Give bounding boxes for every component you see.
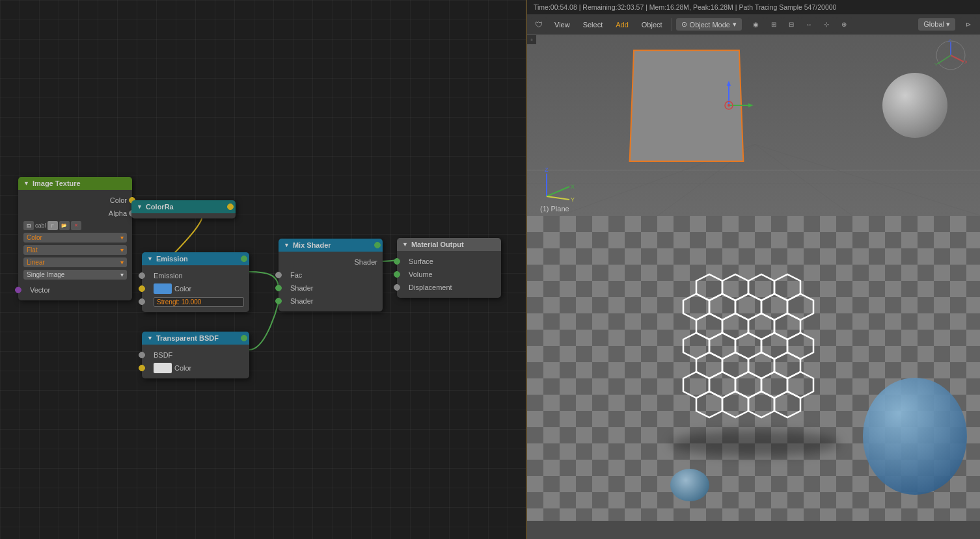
node-material-output[interactable]: ▼ Material Output Surface Volume Displac… bbox=[397, 238, 501, 298]
proportional-icon[interactable]: ⊕ bbox=[836, 17, 852, 33]
mix-shader-collapse-arrow[interactable]: ▼ bbox=[284, 242, 290, 248]
svg-point-11 bbox=[728, 104, 730, 107]
global-dropdown[interactable]: Global ▾ bbox=[918, 18, 955, 31]
node-mix-shader-header: ▼ Mix Shader bbox=[279, 239, 383, 252]
projection-dropdown[interactable]: Flat ▾ bbox=[23, 245, 127, 255]
socket-shader2-in[interactable] bbox=[275, 298, 282, 304]
honeycomb-structure bbox=[657, 268, 839, 450]
viewport-sphere-icon[interactable]: ◉ bbox=[748, 17, 764, 33]
object-label-text: (1) Plane bbox=[540, 205, 569, 213]
node-emission-title: Emission bbox=[156, 255, 188, 263]
svg-line-52 bbox=[951, 55, 964, 62]
socket-vector-in[interactable] bbox=[15, 287, 21, 293]
img-icon[interactable]: 🖼 bbox=[23, 221, 34, 230]
node-transparent-bsdf[interactable]: ▼ Transparent BSDF BSDF Color bbox=[142, 332, 249, 378]
mix-shader-body: Shader Fac Shader Shader bbox=[279, 252, 383, 311]
socket-colorramp-out[interactable] bbox=[227, 204, 234, 210]
node-mix-shader[interactable]: ▼ Mix Shader Shader Fac Shader Shader bbox=[279, 239, 383, 311]
projection-value: Flat bbox=[27, 246, 38, 254]
svg-marker-9 bbox=[748, 103, 754, 107]
emission-in-label: Emission bbox=[147, 272, 183, 280]
socket-bsdf-in[interactable] bbox=[139, 352, 145, 358]
output-color-row: Color bbox=[18, 194, 132, 207]
svg-text:X: X bbox=[964, 59, 967, 65]
shader2-label: Shader bbox=[284, 297, 313, 305]
colorramp-body bbox=[131, 213, 236, 218]
node-image-texture[interactable]: ▼ Image Texture Color Alpha 🖼 cabl F 📂 ✕ bbox=[18, 177, 132, 300]
mode-arrow: ▾ bbox=[733, 20, 737, 29]
socket-emission-strength-in[interactable] bbox=[139, 298, 145, 305]
displacement-input-row: Displacement bbox=[397, 281, 501, 294]
emission-collapse-arrow[interactable]: ▼ bbox=[147, 256, 153, 262]
interpolation-dropdown[interactable]: Linear ▾ bbox=[23, 257, 127, 267]
viewport-toolbar: 🛡 View Select Add Object ⊙ Object Mode ▾… bbox=[527, 14, 980, 35]
node-image-texture-header: ▼ Image Texture bbox=[18, 177, 132, 190]
node-emission[interactable]: ▼ Emission Emission Color Strengt: 10.00… bbox=[142, 252, 249, 312]
transparent-color-swatch[interactable] bbox=[154, 363, 172, 373]
select-menu-btn[interactable]: Select bbox=[578, 19, 608, 31]
socket-transparent-out[interactable] bbox=[241, 335, 247, 341]
viewport-extra-icon[interactable]: ⊳ bbox=[960, 17, 976, 33]
node-colorramp[interactable]: ▼ ColorRa bbox=[131, 200, 236, 218]
emission-color-label: Color bbox=[174, 285, 191, 293]
material-output-body: Surface Volume Displacement bbox=[397, 251, 501, 298]
image-source-dropdown[interactable]: Single Image ▾ bbox=[23, 270, 127, 280]
emission-strength-row: Strengt: 10.000 bbox=[142, 295, 249, 308]
global-label: Global bbox=[923, 20, 944, 28]
color-mode-value: Color bbox=[27, 234, 42, 241]
transform-gizmo bbox=[703, 79, 755, 131]
sphere-object[interactable] bbox=[882, 73, 947, 138]
material-output-collapse-arrow[interactable]: ▼ bbox=[402, 241, 408, 248]
collapse-arrow[interactable]: ▼ bbox=[23, 180, 29, 187]
socket-transparent-color-in[interactable] bbox=[139, 365, 145, 371]
color-dropdown[interactable]: Color ▾ bbox=[23, 233, 127, 243]
view-menu-btn[interactable]: View bbox=[549, 19, 575, 31]
f-icon[interactable]: F bbox=[48, 221, 58, 230]
socket-emission-out[interactable] bbox=[241, 256, 247, 262]
node-mix-shader-title: Mix Shader bbox=[293, 241, 331, 249]
svg-line-54 bbox=[938, 55, 951, 64]
add-panel-btn[interactable]: + bbox=[527, 35, 536, 44]
3d-viewport[interactable]: Time:00:54.08 | Remaining:32:03.57 | Mem… bbox=[526, 0, 980, 539]
image-source-value: Single Image bbox=[27, 271, 64, 278]
emission-strength-field[interactable]: Strengt: 10.000 bbox=[154, 297, 244, 307]
fac-input-row: Fac bbox=[279, 269, 383, 282]
socket-emission-color-in[interactable] bbox=[139, 285, 145, 292]
toolbar-sep bbox=[672, 18, 672, 31]
socket-emission-in[interactable] bbox=[139, 272, 145, 279]
colorramp-collapse-arrow[interactable]: ▼ bbox=[137, 204, 143, 210]
interpolation-value: Linear bbox=[27, 259, 45, 266]
snap-icon[interactable]: ⊹ bbox=[819, 17, 834, 33]
socket-shader1-in[interactable] bbox=[275, 285, 282, 291]
svg-text:Z: Z bbox=[948, 39, 951, 43]
viewport-shading-icon[interactable]: ⊟ bbox=[783, 17, 799, 33]
transform-icon[interactable]: ↔ bbox=[801, 17, 817, 33]
surface-label: Surface bbox=[402, 257, 433, 265]
object-menu-btn[interactable]: Object bbox=[636, 19, 668, 31]
toolbar-shield-icon[interactable]: 🛡 bbox=[531, 17, 547, 33]
socket-displacement-in[interactable] bbox=[394, 284, 400, 291]
x-icon[interactable]: ✕ bbox=[71, 221, 81, 230]
output-alpha-row: Alpha bbox=[18, 207, 132, 220]
node-material-output-title: Material Output bbox=[411, 241, 464, 248]
nav-gizmo: Z X Y bbox=[934, 39, 967, 72]
svg-line-16 bbox=[547, 196, 569, 200]
socket-fac-in[interactable] bbox=[275, 272, 282, 278]
socket-volume-in[interactable] bbox=[394, 271, 400, 278]
node-editor[interactable]: ▼ Image Texture Color Alpha 🖼 cabl F 📂 ✕ bbox=[0, 0, 526, 539]
viewport-wire-icon[interactable]: ⊞ bbox=[766, 17, 782, 33]
object-mode-dropdown[interactable]: ⊙ Object Mode ▾ bbox=[676, 18, 742, 31]
dropdown-arrow: ▾ bbox=[120, 234, 124, 241]
transparent-collapse-arrow[interactable]: ▼ bbox=[147, 335, 153, 341]
viewport-overlay-buttons: ◉ ⊞ ⊟ ↔ ⊹ ⊕ bbox=[748, 17, 852, 33]
node-emission-header: ▼ Emission bbox=[142, 252, 249, 265]
sphere-lower-left bbox=[670, 469, 709, 501]
emission-color-swatch[interactable] bbox=[154, 283, 172, 294]
svg-marker-46 bbox=[722, 391, 748, 417]
add-menu-btn[interactable]: Add bbox=[610, 19, 634, 31]
interpolation-dropdown-row: Linear ▾ bbox=[18, 256, 132, 269]
socket-surface-in[interactable] bbox=[394, 258, 400, 265]
icon-strip: 🖼 cabl F 📂 ✕ bbox=[18, 220, 132, 231]
socket-mix-out[interactable] bbox=[374, 242, 381, 248]
browse-icon[interactable]: 📂 bbox=[59, 221, 70, 230]
